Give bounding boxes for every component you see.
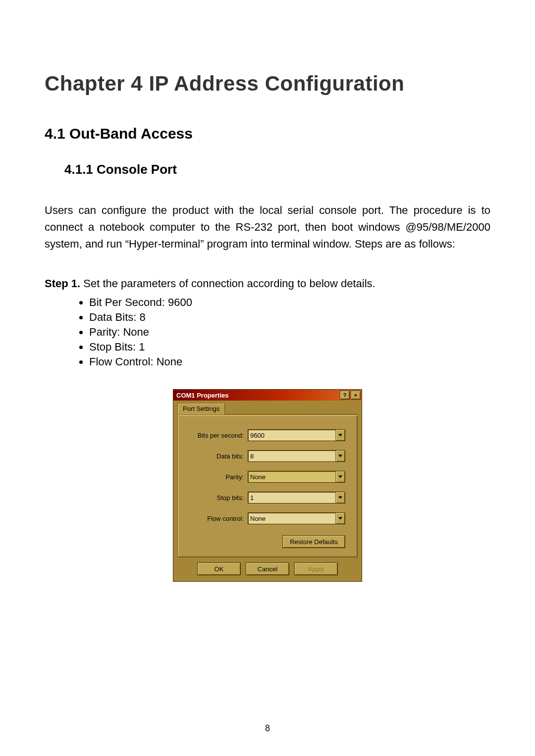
close-button[interactable]: ×: [351, 391, 361, 400]
page-number: 8: [0, 723, 535, 734]
step-1-line: Step 1. Set the parameters of connection…: [45, 277, 490, 290]
label-data-bits: Data bits:: [179, 453, 244, 460]
input-parity[interactable]: [248, 471, 335, 482]
titlebar-buttons: ? ×: [340, 391, 361, 400]
help-button[interactable]: ?: [340, 391, 350, 400]
label-parity: Parity:: [179, 473, 244, 481]
dropdown-button[interactable]: [335, 492, 345, 503]
dropdown-button[interactable]: [335, 471, 345, 482]
tab-port-settings[interactable]: Port Settings: [177, 403, 225, 414]
dropdown-button[interactable]: [335, 451, 345, 461]
document-page: Chapter 4 IP Address Configuration 4.1 O…: [0, 0, 535, 756]
list-item: Flow Control: None: [89, 354, 490, 369]
label-stop-bits: Stop bits:: [179, 494, 244, 502]
chevron-down-icon: [338, 517, 342, 520]
label-bits-per-second: Bits per second:: [179, 432, 244, 439]
input-bits-per-second[interactable]: [248, 430, 335, 441]
ok-button[interactable]: OK: [197, 562, 241, 575]
chapter-title: Chapter 4 IP Address Configuration: [45, 72, 490, 96]
tab-row: Port Settings: [177, 403, 358, 414]
parameter-list: Bit Per Second: 9600 Data Bits: 8 Parity…: [74, 295, 490, 369]
combo-bits-per-second[interactable]: [248, 429, 345, 441]
subsection-title: 4.1.1 Console Port: [64, 162, 490, 177]
dialog-button-row: OK Cancel Apply: [177, 557, 358, 577]
com1-properties-dialog: COM1 Properties ? × Port Settings Bits p…: [173, 389, 362, 582]
input-data-bits[interactable]: [248, 451, 335, 461]
combo-data-bits[interactable]: [248, 450, 345, 462]
chevron-down-icon: [338, 434, 342, 437]
field-bits-per-second: Bits per second:: [190, 429, 345, 441]
close-icon: ×: [354, 392, 357, 398]
input-flow-control[interactable]: [248, 513, 335, 524]
chevron-down-icon: [338, 475, 342, 478]
list-item: Bit Per Second: 9600: [89, 295, 490, 310]
combo-flow-control[interactable]: [248, 512, 345, 524]
section-title: 4.1 Out-Band Access: [45, 125, 490, 142]
field-parity: Parity:: [190, 471, 345, 483]
cancel-button[interactable]: Cancel: [246, 562, 289, 575]
dialog-title: COM1 Properties: [176, 392, 228, 399]
field-stop-bits: Stop bits:: [190, 492, 345, 504]
list-item: Parity: None: [89, 325, 490, 340]
dropdown-button[interactable]: [335, 430, 345, 441]
chevron-down-icon: [338, 454, 342, 457]
step-1-text: Set the parameters of connection accordi…: [80, 277, 375, 290]
dialog-titlebar[interactable]: COM1 Properties ? ×: [173, 390, 362, 401]
help-icon: ?: [343, 392, 347, 398]
intro-paragraph: Users can configure the product with the…: [45, 202, 490, 252]
list-item: Data Bits: 8: [89, 310, 490, 325]
chevron-down-icon: [338, 496, 342, 499]
combo-stop-bits[interactable]: [248, 492, 345, 504]
field-flow-control: Flow control:: [190, 512, 345, 524]
restore-defaults-button[interactable]: Restore Defaults: [282, 535, 345, 548]
list-item: Stop Bits: 1: [89, 340, 490, 354]
label-flow-control: Flow control:: [179, 515, 244, 522]
input-stop-bits[interactable]: [248, 492, 335, 503]
dialog-body: Port Settings Bits per second: Data bits…: [173, 401, 362, 581]
field-data-bits: Data bits:: [190, 450, 345, 462]
tab-panel: Bits per second: Data bits:: [177, 415, 358, 557]
combo-parity[interactable]: [248, 471, 345, 483]
step-1-label: Step 1.: [45, 277, 80, 290]
restore-row: Restore Defaults: [190, 533, 345, 548]
dropdown-button[interactable]: [335, 513, 345, 524]
apply-button[interactable]: Apply: [294, 562, 338, 575]
